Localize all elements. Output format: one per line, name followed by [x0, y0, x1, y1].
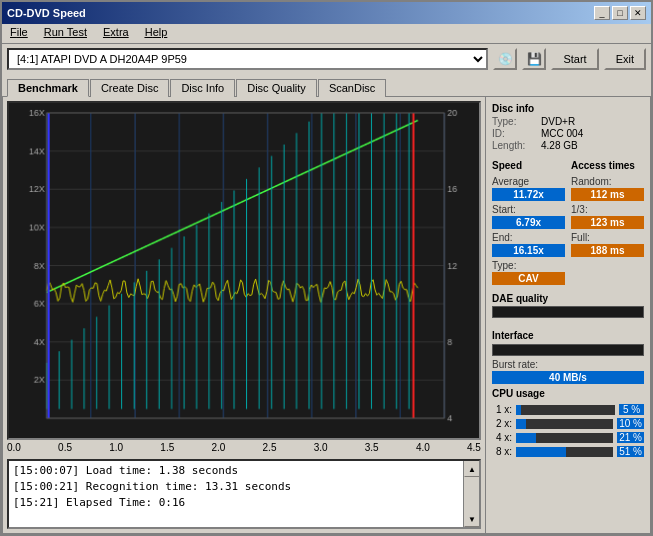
dae-quality-title: DAE quality	[492, 293, 644, 304]
cpu-row-1x: 1 x: 5 %	[492, 404, 644, 415]
chart-area: 0.0 0.5 1.0 1.5 2.0 2.5 3.0 3.5 4.0 4.5 …	[3, 97, 485, 533]
cpu-2x-value: 10 %	[617, 418, 644, 429]
benchmark-chart	[9, 103, 479, 438]
cpu-row-4x: 4 x: 21 %	[492, 432, 644, 443]
cpu-1x-bar	[516, 405, 615, 415]
window-title: CD-DVD Speed	[7, 7, 86, 19]
cpu-4x-value: 21 %	[617, 432, 644, 443]
disc-length-label: Length:	[492, 140, 537, 151]
save-button[interactable]: 💾	[522, 48, 546, 70]
cpu-2x-label: 2 x:	[492, 418, 512, 429]
exit-button[interactable]: Exit	[604, 48, 646, 70]
cpu-8x-bar	[516, 447, 613, 457]
full-label: Full:	[571, 232, 644, 243]
type-label: Type:	[492, 260, 565, 271]
menu-run-test[interactable]: Run Test	[40, 26, 91, 41]
title-bar-controls: _ □ ✕	[594, 6, 646, 20]
close-button[interactable]: ✕	[630, 6, 646, 20]
one-third-stat: 1/3: 123 ms	[571, 204, 644, 229]
tab-disc-info[interactable]: Disc Info	[170, 79, 235, 97]
random-value: 112 ms	[571, 188, 644, 201]
one-third-value: 123 ms	[571, 216, 644, 229]
access-column: Access times Random: 112 ms 1/3: 123 ms …	[571, 160, 644, 285]
disc-id-row: ID: MCC 004	[492, 128, 644, 139]
log-text: [15:00:07] Load time: 1.38 seconds [15:0…	[9, 461, 463, 527]
speed-access-section: Speed Average 11.72x Start: 6.79x End: 1…	[492, 160, 644, 285]
disc-id-label: ID:	[492, 128, 537, 139]
dae-quality-section: DAE quality	[492, 293, 644, 318]
menu-extra[interactable]: Extra	[99, 26, 133, 41]
chart-container	[7, 101, 481, 440]
cpu-usage-title: CPU usage	[492, 388, 644, 399]
title-bar: CD-DVD Speed _ □ ✕	[2, 2, 651, 24]
end-label: End:	[492, 232, 565, 243]
full-stat: Full: 188 ms	[571, 232, 644, 257]
log-entry-1: [15:00:07] Load time: 1.38 seconds	[13, 463, 459, 479]
burst-rate-value: 40 MB/s	[492, 371, 644, 384]
one-third-label: 1/3:	[571, 204, 644, 215]
cpu-1x-fill	[516, 405, 521, 415]
log-panel: [15:00:07] Load time: 1.38 seconds [15:0…	[7, 459, 481, 529]
tab-create-disc[interactable]: Create Disc	[90, 79, 169, 97]
start-button[interactable]: Start	[551, 48, 598, 70]
disc-length-row: Length: 4.28 GB	[492, 140, 644, 151]
cpu-1x-label: 1 x:	[492, 404, 512, 415]
disc-id-value: MCC 004	[541, 128, 583, 139]
tab-bar: Benchmark Create Disc Disc Info Disc Qua…	[2, 74, 651, 96]
menu-help[interactable]: Help	[141, 26, 172, 41]
cpu-2x-fill	[516, 419, 526, 429]
cpu-row-2x: 2 x: 10 %	[492, 418, 644, 429]
interface-bar	[492, 344, 644, 356]
log-entry-3: [15:21] Elapsed Time: 0:16	[13, 495, 459, 511]
random-stat: Random: 112 ms	[571, 176, 644, 201]
menu-file[interactable]: File	[6, 26, 32, 41]
start-value: 6.79x	[492, 216, 565, 229]
dae-quality-bar	[492, 306, 644, 318]
cpu-1x-value: 5 %	[619, 404, 644, 415]
average-stat: Average 11.72x	[492, 176, 565, 201]
random-label: Random:	[571, 176, 644, 187]
main-content: 0.0 0.5 1.0 1.5 2.0 2.5 3.0 3.5 4.0 4.5 …	[2, 96, 651, 534]
cpu-8x-label: 8 x:	[492, 446, 512, 457]
scroll-up-button[interactable]: ▲	[464, 461, 480, 477]
cpu-8x-value: 51 %	[617, 446, 644, 457]
average-value: 11.72x	[492, 188, 565, 201]
cpu-8x-fill	[516, 447, 566, 457]
scroll-down-button[interactable]: ▼	[464, 511, 480, 527]
cpu-row-8x: 8 x: 51 %	[492, 446, 644, 457]
menu-bar: File Run Test Extra Help	[2, 24, 651, 44]
type-value: CAV	[492, 272, 565, 285]
start-label: Start:	[492, 204, 565, 215]
log-scrollbar: ▲ ▼	[463, 461, 479, 527]
device-select[interactable]: [4:1] ATAPI DVD A DH20A4P 9P59	[7, 48, 488, 70]
cpu-4x-fill	[516, 433, 536, 443]
scroll-track[interactable]	[464, 477, 479, 511]
disc-info-title: Disc info	[492, 103, 644, 114]
main-window: CD-DVD Speed _ □ ✕ File Run Test Extra H…	[0, 0, 653, 536]
minimize-button[interactable]: _	[594, 6, 610, 20]
average-label: Average	[492, 176, 565, 187]
cpu-4x-bar	[516, 433, 613, 443]
access-title: Access times	[571, 160, 644, 171]
cpu-4x-label: 4 x:	[492, 432, 512, 443]
interface-title: Interface	[492, 330, 644, 341]
start-stat: Start: 6.79x	[492, 204, 565, 229]
speed-column: Speed Average 11.72x Start: 6.79x End: 1…	[492, 160, 565, 285]
burst-rate-label: Burst rate:	[492, 359, 644, 370]
cpu-2x-bar	[516, 419, 613, 429]
end-stat: End: 16.15x	[492, 232, 565, 257]
tab-benchmark[interactable]: Benchmark	[7, 79, 89, 97]
eject-button[interactable]: 💿	[493, 48, 517, 70]
maximize-button[interactable]: □	[612, 6, 628, 20]
tab-disc-quality[interactable]: Disc Quality	[236, 79, 317, 97]
type-stat: Type: CAV	[492, 260, 565, 285]
disc-type-row: Type: DVD+R	[492, 116, 644, 127]
disc-length-value: 4.28 GB	[541, 140, 578, 151]
log-entry-2: [15:00:21] Recognition time: 13.31 secon…	[13, 479, 459, 495]
disc-type-label: Type:	[492, 116, 537, 127]
end-value: 16.15x	[492, 244, 565, 257]
disc-type-value: DVD+R	[541, 116, 575, 127]
cpu-usage-section: CPU usage 1 x: 5 % 2 x: 10 % 4 x:	[492, 388, 644, 457]
toolbar: [4:1] ATAPI DVD A DH20A4P 9P59 💿 💾 Start…	[2, 44, 651, 74]
tab-scan-disc[interactable]: ScanDisc	[318, 79, 386, 97]
